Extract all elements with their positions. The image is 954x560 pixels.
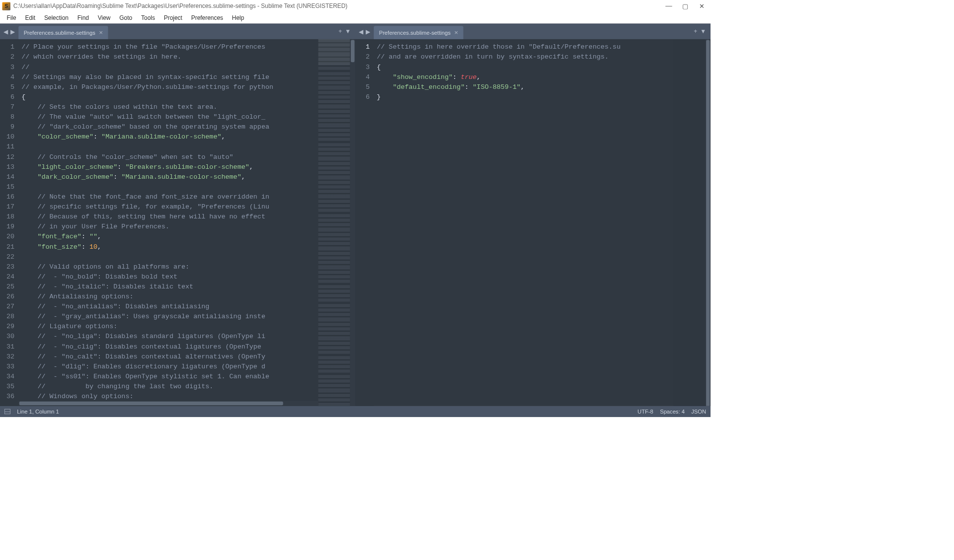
gutter-left: 1234567891011121314151617181920212223242… [0,39,18,406]
tab-prev-icon[interactable]: ◀ [3,27,9,36]
status-syntax[interactable]: JSON [691,409,706,415]
menu-tools[interactable]: Tools [137,13,159,22]
statusbar: Line 1, Column 1 UTF-8 Spaces: 4 JSON [0,406,711,417]
status-cursor[interactable]: Line 1, Column 1 [17,409,59,415]
titlebar: S C:\Users\allan\AppData\Roaming\Sublime… [0,0,711,12]
menu-view[interactable]: View [93,13,115,22]
minimap-right[interactable] [674,39,706,406]
menu-selection[interactable]: Selection [40,13,73,22]
window-controls: ― ▢ ✕ [665,2,705,10]
menu-preferences[interactable]: Preferences [187,13,228,22]
editor-left[interactable]: 1234567891011121314151617181920212223242… [0,39,355,406]
workspace: ◀ ▶ Preferences.sublime-settings × + ▼ 1… [0,24,711,406]
status-encoding[interactable]: UTF-8 [637,409,653,415]
status-indent[interactable]: Spaces: 4 [660,409,685,415]
pane-left: ◀ ▶ Preferences.sublime-settings × + ▼ 1… [0,24,355,406]
tab-close-icon[interactable]: × [99,29,103,37]
tab-prev-icon[interactable]: ◀ [358,27,364,36]
menu-project[interactable]: Project [159,13,187,22]
tab-close-icon[interactable]: × [454,29,458,37]
code-right[interactable]: // Settings in here override those in "D… [374,39,673,406]
minimize-button[interactable]: ― [665,2,672,10]
tab-nav-left: ◀ ▶ [0,24,18,39]
menu-edit[interactable]: Edit [21,13,40,22]
menu-help[interactable]: Help [228,13,248,22]
new-tab-icon[interactable]: + [338,28,342,35]
tab-label: Preferences.sublime-settings [379,29,451,36]
pane-right: ◀ ▶ Preferences.sublime-settings × + ▼ 1… [355,24,711,406]
window-title: C:\Users\allan\AppData\Roaming\Sublime T… [13,3,347,9]
tab-preferences-left[interactable]: Preferences.sublime-settings × [18,26,108,39]
minimap-left[interactable] [318,39,350,406]
vscrollbar-left[interactable] [350,39,355,406]
maximize-button[interactable]: ▢ [682,2,689,10]
editor-right[interactable]: 123456 // Settings in here override thos… [355,39,711,406]
menu-file[interactable]: File [2,13,20,22]
app-icon: S [2,2,10,10]
new-tab-icon[interactable]: + [694,28,697,35]
tab-dropdown-icon[interactable]: ▼ [345,28,351,35]
menubar: File Edit Selection Find View Goto Tools… [0,12,711,23]
tab-label: Preferences.sublime-settings [24,29,95,36]
tabbar-right: ◀ ▶ Preferences.sublime-settings × + ▼ [355,24,711,39]
close-button[interactable]: ✕ [699,2,705,10]
vscrollbar-right[interactable] [706,39,711,406]
menu-goto[interactable]: Goto [115,13,137,22]
tab-preferences-right[interactable]: Preferences.sublime-settings × [374,26,463,39]
tab-next-icon[interactable]: ▶ [9,27,15,36]
tab-next-icon[interactable]: ▶ [365,27,371,36]
tab-dropdown-icon[interactable]: ▼ [700,28,706,35]
code-left[interactable]: // Place your settings in the file "Pack… [18,39,318,406]
gutter-right: 123456 [355,39,374,406]
tab-nav-right: ◀ ▶ [355,24,374,39]
panel-switcher-icon[interactable] [4,409,10,414]
tabbar-left: ◀ ▶ Preferences.sublime-settings × + ▼ [0,24,355,39]
hscrollbar-left[interactable] [18,401,318,406]
menu-find[interactable]: Find [73,13,93,22]
